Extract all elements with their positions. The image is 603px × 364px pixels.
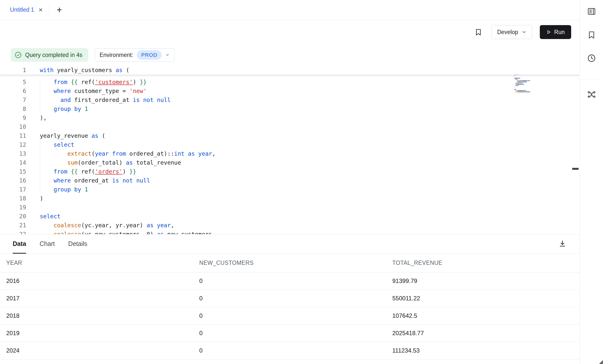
lineage-icon xyxy=(587,90,596,99)
results-tab-bar: Data Chart Details xyxy=(0,234,580,254)
line-number: 14 xyxy=(0,158,26,167)
develop-dropdown[interactable]: Develop xyxy=(491,25,532,39)
code-line[interactable]: 15 from {{ ref('orders') }} xyxy=(0,167,580,176)
code-line[interactable]: 6 where customer_type = 'new' xyxy=(0,87,580,95)
play-icon xyxy=(546,30,551,35)
console-list-button[interactable] xyxy=(586,5,598,17)
toolbar: Develop Run xyxy=(0,20,580,44)
download-button[interactable] xyxy=(558,239,567,249)
minimap-line xyxy=(514,87,544,87)
download-icon xyxy=(558,239,567,248)
code-line[interactable]: 18) xyxy=(0,194,580,203)
code-line[interactable]: 14 sum(order_total) as total_revenue xyxy=(0,158,580,167)
query-status-badge: Query completed in 4s xyxy=(11,48,88,62)
tab-data[interactable]: Data xyxy=(13,234,26,254)
chevron-down-icon xyxy=(165,53,170,57)
plus-icon: + xyxy=(57,5,62,15)
column-header-new-customers: NEW_CUSTOMERS xyxy=(193,254,386,272)
table-row: 20180107642.5 xyxy=(0,307,580,324)
minimap-line xyxy=(514,83,544,84)
line-number: 17 xyxy=(0,185,26,194)
code-line[interactable]: 13 extract(year from ordered_at)::int as… xyxy=(0,149,580,158)
app-root: Untitled 1 × + Develop Run xyxy=(0,0,603,364)
minimap-line xyxy=(514,91,544,92)
code-lines[interactable]: 5 from {{ ref('customers') }}6 where cus… xyxy=(0,75,580,234)
bookmark-icon xyxy=(587,30,596,39)
table-row: 201902025418.77 xyxy=(0,324,580,342)
environment-selector[interactable]: Environment: PROD xyxy=(95,48,174,62)
code-line[interactable]: 12 select xyxy=(0,140,580,149)
table-cell: 2025418.77 xyxy=(386,324,580,342)
minimap-line xyxy=(514,75,544,76)
code-line[interactable]: 1with yearly_customers as ( xyxy=(0,66,580,75)
chevron-down-icon xyxy=(522,30,527,35)
tab-details[interactable]: Details xyxy=(68,234,87,254)
code-line[interactable]: 16 where ordered_at is not null xyxy=(0,176,580,185)
history-icon xyxy=(587,53,596,63)
code-line[interactable]: 8 group by 1 xyxy=(0,104,580,113)
minimap-line xyxy=(514,90,544,91)
run-label: Run xyxy=(554,29,565,36)
line-number: 18 xyxy=(0,194,26,203)
code-line[interactable]: 10 xyxy=(0,122,580,131)
minimap-line xyxy=(514,88,544,89)
table-cell: 0 xyxy=(193,324,386,342)
table-cell: 111234.53 xyxy=(386,342,580,359)
bookmarks-button[interactable] xyxy=(586,29,598,41)
results-panel: Data Chart Details YEAR NEW_CUSTOMERS TO… xyxy=(0,234,580,364)
code-editor[interactable]: 1with yearly_customers as ( 5 from {{ re… xyxy=(0,66,580,234)
minimap-line xyxy=(514,77,544,77)
line-number: 12 xyxy=(0,140,26,149)
query-status-text: Query completed in 4s xyxy=(25,52,82,58)
main-area: Untitled 1 × + Develop Run xyxy=(0,0,580,364)
line-number: 9 xyxy=(0,113,26,122)
table-cell: 107642.5 xyxy=(386,307,580,324)
close-icon[interactable]: × xyxy=(39,6,43,13)
minimap-line xyxy=(514,89,544,90)
minimap-line xyxy=(514,82,544,82)
status-row: Query completed in 4s Environment: PROD xyxy=(0,44,580,66)
code-line[interactable]: 17 group by 1 xyxy=(0,185,580,194)
sticky-scroll-line[interactable]: 1with yearly_customers as ( xyxy=(0,66,580,75)
line-number: 10 xyxy=(0,122,26,131)
code-line[interactable]: 7 and first_ordered_at is not null xyxy=(0,95,580,104)
tab-chart[interactable]: Chart xyxy=(40,234,55,254)
line-number: 5 xyxy=(0,78,26,87)
line-number: 11 xyxy=(0,131,26,140)
bookmark-button[interactable] xyxy=(474,28,482,36)
line-number: 13 xyxy=(0,149,26,158)
table-cell: 0 xyxy=(193,272,386,290)
code-line[interactable]: 5 from {{ ref('customers') }} xyxy=(0,78,580,87)
develop-label: Develop xyxy=(497,29,518,36)
table-cell: 2024 xyxy=(0,342,193,359)
rail-divider xyxy=(580,80,603,80)
results-table: YEAR NEW_CUSTOMERS TOTAL_REVENUE 2016091… xyxy=(0,254,580,360)
results-header-row: YEAR NEW_CUSTOMERS TOTAL_REVENUE xyxy=(0,254,580,272)
minimap-line xyxy=(514,85,544,86)
code-line[interactable]: 22 coalesce(yc.new_customers, 0) as new_… xyxy=(0,230,580,234)
line-number: 6 xyxy=(0,87,26,95)
run-button[interactable]: Run xyxy=(540,25,571,39)
minimap-line xyxy=(514,84,544,85)
scrollbar-thumb[interactable] xyxy=(572,168,579,170)
table-row: 20170550011.22 xyxy=(0,290,580,307)
environment-badge: PROD xyxy=(137,50,162,60)
check-circle-icon xyxy=(15,51,22,58)
column-header-total-revenue: TOTAL_REVENUE xyxy=(386,254,580,272)
code-line[interactable]: 20select xyxy=(0,212,580,221)
new-tab-button[interactable]: + xyxy=(54,4,65,15)
minimap-line xyxy=(514,78,544,79)
minimap-line xyxy=(514,80,544,81)
line-number: 19 xyxy=(0,203,26,212)
column-header-year: YEAR xyxy=(0,254,193,272)
tab-untitled-1[interactable]: Untitled 1 × xyxy=(0,0,49,20)
line-number: 22 xyxy=(0,230,26,234)
lineage-button[interactable] xyxy=(586,89,598,100)
table-row: 20240111234.53 xyxy=(0,342,580,359)
history-button[interactable] xyxy=(586,52,598,64)
tab-divider xyxy=(49,5,50,15)
code-line[interactable]: 11yearly_revenue as ( xyxy=(0,131,580,140)
code-line[interactable]: 21 coalesce(yc.year, yr.year) as year, xyxy=(0,221,580,230)
code-line[interactable]: 9), xyxy=(0,113,580,122)
code-line[interactable]: 19 xyxy=(0,203,580,212)
